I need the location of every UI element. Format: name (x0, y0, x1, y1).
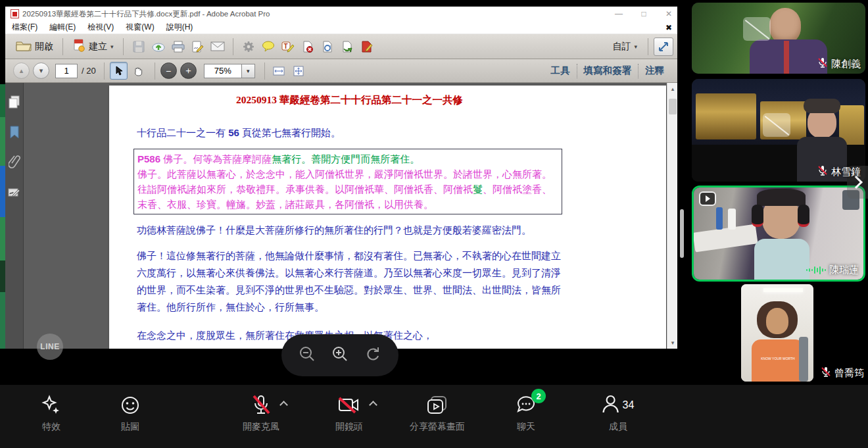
acrobat-toolbar: 開啟 建立 ▾ (5, 34, 677, 59)
acrobat-content-area: 20250913 華嚴經卷第二十十行品第二十一之一共修 十行品二十一之一有 56… (5, 83, 677, 349)
scripture-quote-box: P586 佛子。何等為菩薩摩訶薩無著行。善開方便門而無所著住。 佛子。此菩薩以無… (133, 149, 562, 214)
page-thumbnails-icon[interactable] (7, 95, 22, 109)
screen-share-button[interactable]: 分享螢幕畫面 (410, 394, 465, 433)
svg-text:T: T (283, 43, 287, 50)
chevron-up-icon[interactable] (279, 401, 288, 409)
fill-sign-panel-button[interactable]: 填寫和簽署 (577, 64, 639, 77)
window-title: 20250913華嚴經卷第二十十行品下共修.docx更新.pdf - Adobe… (22, 9, 270, 19)
participants-scrollbar[interactable] (680, 209, 684, 258)
effects-sparkle-icon (41, 394, 62, 416)
bookmarks-icon[interactable] (7, 125, 22, 139)
camera-off-icon (338, 394, 360, 416)
rotate-icon[interactable] (364, 345, 381, 365)
scroll-up-icon[interactable]: ▴ (667, 86, 677, 92)
camera-toggle-button[interactable]: 開鏡頭 (335, 394, 363, 433)
scrollbar-thumb[interactable] (669, 99, 677, 114)
scroll-down-icon[interactable]: ▾ (667, 339, 677, 346)
zoom-in-button[interactable]: ＋ (180, 62, 197, 79)
menu-view[interactable]: 檢視(V) (87, 22, 114, 33)
previous-page-button[interactable]: ▴ (13, 62, 30, 79)
participant-tile[interactable]: KNOW YOUR WORTH 曾喬筠 (677, 284, 868, 382)
close-button[interactable]: ✕ (664, 9, 673, 18)
minimize-button[interactable]: — (614, 9, 623, 18)
menubar-close-icon[interactable]: ✖ (665, 23, 672, 32)
print-icon[interactable] (170, 39, 186, 54)
chevron-up-icon[interactable] (369, 401, 377, 409)
fit-page-icon[interactable] (290, 62, 308, 80)
members-button[interactable]: 34 成員 (602, 394, 635, 433)
participant-label: 曾喬筠 (821, 366, 864, 380)
comment-bubble-icon[interactable] (260, 39, 276, 54)
highlight-text-icon[interactable]: T (280, 39, 296, 54)
zoom-out-button[interactable]: − (160, 62, 177, 79)
open-button[interactable]: 開啟 (12, 37, 57, 56)
document-intro: 十行品二十一之一有 56 頁從第七無著行開始。 (137, 127, 562, 139)
member-count: 34 (623, 399, 635, 411)
chevron-down-icon: ▾ (634, 43, 637, 50)
pdf-page: 20250913 華嚴經卷第二十十行品第二十一之一共修 十行品二十一之一有 56… (109, 86, 666, 349)
document-paragraph: 功德林菩薩說佛子！什麼是大菩薩所修行的無所著住的行門？也就是方便般若婆羅密法門。 (137, 222, 562, 239)
quote-body: 佛子。此菩薩以無著心，於念念中，能入阿僧祇世界，嚴淨阿僧祇世界。於諸世界，心無所… (137, 166, 558, 212)
members-icon (602, 394, 621, 416)
menu-help[interactable]: 說明(H) (166, 22, 193, 33)
open-folder-icon (16, 39, 32, 54)
screen-share-icon (426, 394, 448, 416)
chat-button[interactable]: 2 聊天 (516, 394, 537, 433)
select-tool-button[interactable] (110, 62, 128, 80)
speaking-waveform-icon (806, 266, 826, 275)
document-scrollbar[interactable]: ▴ ▾ (667, 83, 677, 349)
save-icon[interactable] (131, 39, 147, 54)
reload-page-icon[interactable] (320, 39, 335, 54)
comment-panel-button[interactable]: 注釋 (639, 64, 671, 77)
fit-width-icon[interactable] (270, 62, 288, 80)
zoom-dropdown-button[interactable]: ▾ (242, 64, 255, 78)
page-number-input[interactable] (55, 64, 78, 78)
document-title: 20250913 華嚴經卷第二十十行品第二十一之一共修 (137, 93, 562, 107)
hand-tool-button[interactable] (130, 62, 147, 80)
video-play-icon[interactable] (699, 191, 716, 206)
mic-muted-icon (817, 57, 828, 70)
menu-file[interactable]: 檔案(F) (12, 22, 37, 33)
signature-panel-icon[interactable] (7, 186, 22, 200)
menu-edit[interactable]: 編輯(E) (49, 22, 76, 33)
maximize-button[interactable]: □ (639, 9, 648, 18)
create-button[interactable]: 建立 ▾ (68, 37, 118, 57)
call-control-bar: 特效 開麥克風 貼圖 開麥克風 開鏡頭 (0, 385, 868, 448)
zoom-out-icon[interactable] (299, 345, 316, 365)
desktop-edge-strip (0, 0, 5, 448)
fullscreen-icon[interactable] (654, 37, 673, 56)
sign-document-icon[interactable] (190, 39, 206, 54)
delete-pages-icon[interactable] (300, 39, 316, 54)
export-page-icon[interactable] (339, 39, 355, 54)
zoom-level-value[interactable]: 75% (204, 64, 242, 78)
microphone-toggle-button[interactable]: 開麥克風 (243, 394, 279, 433)
attachments-icon[interactable] (7, 154, 22, 168)
meeting-app-window: 20250913華嚴經卷第二十十行品下共修.docx更新.pdf - Adobe… (0, 0, 868, 448)
participant-label: 林雪鐘 (817, 165, 861, 178)
tools-panel-button[interactable]: 工具 (544, 64, 577, 77)
screen-zoom-controls (281, 334, 398, 376)
settings-gear-icon[interactable] (241, 39, 256, 54)
customize-button[interactable]: 自訂 ▾ (612, 41, 637, 53)
edit-pdf-icon[interactable] (359, 39, 375, 54)
participant-tile[interactable]: 陳創義 (692, 3, 865, 74)
next-page-button[interactable]: ▾ (33, 62, 49, 79)
effects-button[interactable]: 特效 (41, 394, 62, 433)
cloud-upload-icon[interactable] (151, 39, 166, 54)
acrobat-window: 20250913華嚴經卷第二十十行品下共修.docx更新.pdf - Adobe… (5, 7, 677, 349)
acrobat-navbar: ▴ ▾ / 20 − ＋ 75% ▾ 工具 (5, 59, 677, 83)
email-icon[interactable] (210, 39, 226, 54)
mic-muted-icon (817, 165, 828, 178)
shirt-text: KNOW YOUR WORTH (752, 339, 804, 382)
menu-window[interactable]: 視窗(W) (126, 22, 154, 33)
pdf-file-icon (11, 9, 19, 18)
participant-tile-active-speaker[interactable]: 陳瑞蓮 (692, 186, 865, 282)
stickers-button[interactable]: 開麥克風 貼圖 (120, 394, 140, 433)
zoom-in-icon[interactable] (331, 345, 349, 365)
participant-tile[interactable]: 林雪鐘 (692, 79, 865, 182)
chevron-down-icon: ▾ (110, 43, 114, 50)
mic-muted-icon (821, 366, 831, 380)
acrobat-titlebar: 20250913華嚴經卷第二十十行品下共修.docx更新.pdf - Adobe… (5, 7, 677, 21)
participant-label: 陳創義 (817, 57, 861, 70)
line-watermark: LINE (37, 334, 63, 360)
